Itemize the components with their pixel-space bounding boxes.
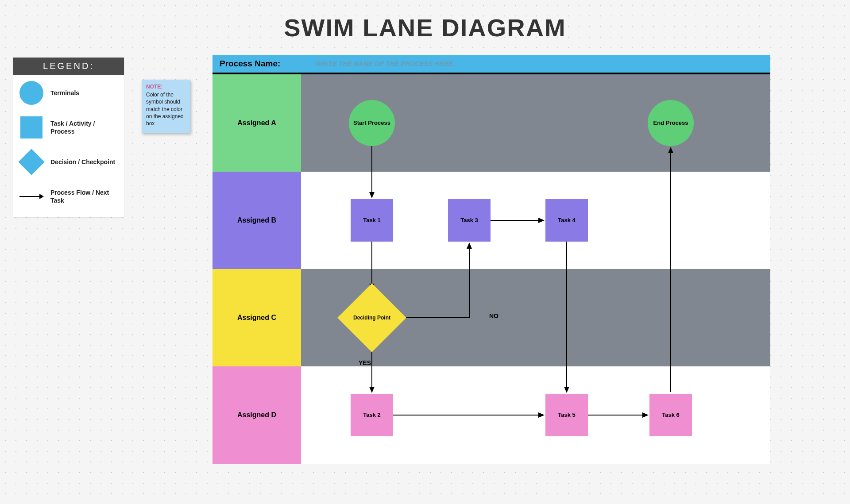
note-card: NOTE: Color of the symbol should match t… (142, 80, 190, 133)
legend-item-decision: Decision / Checkpoint (19, 149, 119, 175)
lane-b: Assigned B (212, 172, 770, 269)
lane-label-c: Assigned C (212, 269, 301, 366)
decision-label: Deciding Point (353, 315, 390, 321)
legend-label: Task / Activity / Process (50, 119, 119, 135)
flow-label-yes: YES (359, 359, 371, 366)
terminal-start[interactable]: Start Process (349, 100, 395, 146)
arrow-icon (19, 184, 44, 209)
lane-label-b: Assigned B (212, 172, 301, 269)
legend-item-task: Task / Activity / Process (19, 115, 119, 140)
process-header: Process Name: WRITE THE NAME OF THE PROC… (212, 55, 770, 74)
legend-label: Decision / Checkpoint (50, 158, 115, 166)
terminal-end[interactable]: End Process (648, 100, 694, 146)
lane-label-d: Assigned D (212, 366, 301, 464)
swimlane-diagram: Process Name: WRITE THE NAME OF THE PROC… (212, 55, 770, 464)
legend-header: LEGEND: (13, 58, 124, 75)
page-title: SWIM LANE DIAGRAM (284, 13, 566, 42)
legend-item-flow: Process Flow / Next Task (19, 184, 119, 209)
square-icon (19, 115, 44, 140)
legend-label: Terminals (50, 89, 79, 97)
legend-body: Terminals Task / Activity / Process Deci… (13, 75, 124, 217)
task-6[interactable]: Task 6 (649, 394, 692, 436)
note-body: Color of the symbol should match the col… (146, 91, 186, 127)
legend-item-terminals: Terminals (19, 80, 119, 106)
process-name-label: Process Name: (220, 59, 280, 69)
process-name-input[interactable]: WRITE THE NAME OF THE PROCESS HERE. (316, 60, 455, 67)
note-title: NOTE: (146, 83, 186, 90)
lane-label-a: Assigned A (212, 74, 301, 172)
legend-label: Process Flow / Next Task (50, 189, 119, 204)
task-3[interactable]: Task 3 (448, 199, 491, 242)
task-1[interactable]: Task 1 (351, 199, 393, 242)
diamond-icon (19, 149, 44, 175)
legend-panel: LEGEND: Terminals Task / Activity / Proc… (13, 58, 124, 217)
task-2[interactable]: Task 2 (351, 394, 393, 436)
flow-label-no: NO (489, 312, 498, 319)
decision-point[interactable]: Deciding Point (343, 289, 401, 346)
circle-icon (19, 80, 44, 106)
task-4[interactable]: Task 4 (545, 199, 588, 242)
task-5[interactable]: Task 5 (545, 394, 588, 436)
